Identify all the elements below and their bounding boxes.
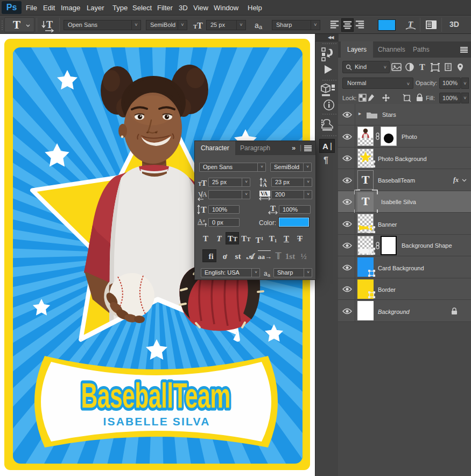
svg-text:A: A [263, 181, 267, 187]
svg-text:ISABELLE SILVA: ISABELLE SILVA [103, 415, 210, 428]
svg-text:A: A [202, 191, 207, 198]
svg-text:T: T [270, 205, 276, 213]
svg-text:A: A [198, 217, 203, 225]
svg-text:T: T [408, 20, 413, 29]
svg-text:T: T [419, 62, 425, 72]
svg-text:a: a [264, 270, 268, 277]
svg-text:a: a [259, 24, 263, 30]
svg-text:VA: VA [261, 191, 268, 197]
svg-text:T: T [46, 19, 53, 30]
svg-text:T: T [197, 21, 203, 30]
svg-text:a: a [203, 218, 205, 223]
svg-text:BaseballTeam: BaseballTeam [81, 376, 230, 415]
svg-text:a: a [268, 272, 270, 277]
svg-text:T: T [201, 179, 207, 187]
svg-text:a: a [255, 21, 259, 30]
svg-text:T: T [201, 205, 207, 214]
